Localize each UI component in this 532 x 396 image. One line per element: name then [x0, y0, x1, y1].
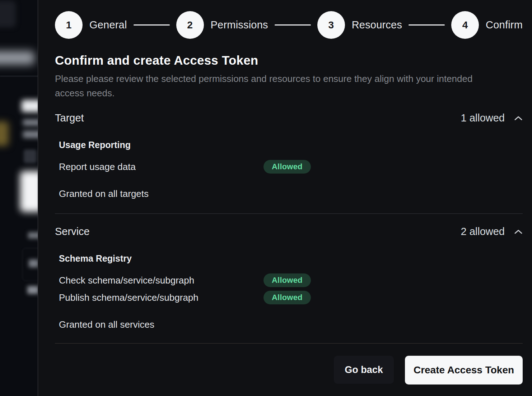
page-subtitle: Please please review the selected permis… [55, 72, 497, 100]
blurred-text-line [27, 286, 38, 294]
section-header-service[interactable]: Service 2 allowed [55, 226, 523, 238]
blurred-text-line [23, 119, 38, 126]
blurred-white-card [20, 171, 38, 212]
section-header-target[interactable]: Target 1 allowed [55, 112, 523, 124]
blurred-text-line [29, 259, 38, 267]
granted-note: Granted on all targets [55, 188, 523, 199]
chevron-up-icon[interactable] [514, 229, 523, 234]
group-heading: Usage Reporting [59, 140, 523, 150]
section-divider [55, 213, 523, 214]
blurred-accent-blob [0, 121, 9, 146]
step-number-circle: 4 [451, 11, 479, 39]
create-access-token-button[interactable]: Create Access Token [405, 356, 523, 385]
blurred-divider [0, 76, 38, 77]
step-number-circle: 2 [176, 11, 204, 39]
permission-row: Check schema/service/subgraph Allowed [59, 273, 523, 287]
section-title: Service [55, 226, 90, 238]
step-number-circle: 1 [55, 11, 83, 39]
step-label: General [89, 19, 127, 31]
stepper-step-resources[interactable]: 3 Resources [317, 11, 402, 39]
background-app-sidebar [0, 0, 38, 396]
allowed-count-badge: 1 allowed [461, 112, 505, 124]
status-badge: Allowed [263, 291, 311, 304]
step-label: Confirm [486, 19, 523, 31]
step-label: Resources [352, 19, 402, 31]
section-title: Target [55, 112, 84, 124]
stepper-step-confirm[interactable]: 4 Confirm [451, 11, 523, 39]
blurred-logo-tile [0, 1, 16, 27]
blurred-text-line [28, 232, 38, 239]
stepper-step-permissions[interactable]: 2 Permissions [176, 11, 268, 39]
blurred-breadcrumb-pill [0, 51, 34, 65]
blurred-heading-text [22, 100, 38, 112]
go-back-button[interactable]: Go back [334, 356, 394, 384]
group-heading: Schema Registry [59, 253, 523, 264]
stepper-connector [409, 24, 445, 26]
create-access-token-panel: 1 General 2 Permissions 3 Resources 4 Co… [38, 0, 532, 396]
chevron-up-icon[interactable] [514, 116, 523, 121]
footer-divider [55, 343, 523, 344]
stepper-connector [275, 24, 311, 26]
page-title: Confirm and create Access Token [55, 53, 523, 68]
permission-label: Report usage data [59, 161, 263, 172]
permission-group-schema-registry: Schema Registry Check schema/service/sub… [55, 253, 523, 305]
granted-note: Granted on all services [55, 319, 523, 330]
blurred-icon-tile [24, 149, 37, 163]
stepper-step-general[interactable]: 1 General [55, 11, 127, 39]
permission-row: Report usage data Allowed [59, 160, 523, 174]
permission-label: Publish schema/service/subgraph [59, 292, 263, 303]
permission-row: Publish schema/service/subgraph Allowed [59, 290, 523, 305]
step-number-circle: 3 [317, 11, 345, 39]
stepper-connector [134, 24, 170, 26]
status-badge: Allowed [263, 160, 311, 174]
blurred-text-line [23, 131, 38, 138]
permission-label: Check schema/service/subgraph [59, 275, 263, 286]
status-badge: Allowed [263, 273, 311, 287]
allowed-count-badge: 2 allowed [461, 226, 505, 238]
step-label: Permissions [211, 19, 268, 31]
permission-group-usage-reporting: Usage Reporting Report usage data Allowe… [55, 140, 523, 174]
wizard-stepper: 1 General 2 Permissions 3 Resources 4 Co… [55, 11, 523, 39]
wizard-footer: Go back Create Access Token [55, 356, 523, 385]
page: 1 General 2 Permissions 3 Resources 4 Co… [0, 0, 532, 396]
